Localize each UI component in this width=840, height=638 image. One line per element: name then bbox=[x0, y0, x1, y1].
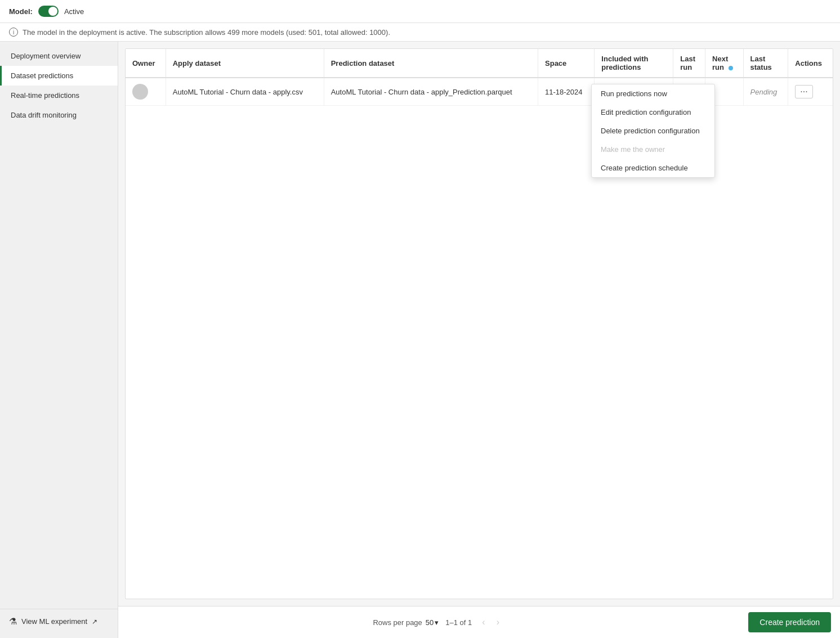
flask-icon: ⚗ bbox=[9, 616, 17, 627]
cell-last-status: Pending bbox=[743, 78, 788, 106]
avatar bbox=[132, 84, 148, 100]
predictions-table: Owner Apply dataset Prediction dataset S… bbox=[126, 49, 833, 106]
page-info: 1–1 of 1 bbox=[445, 618, 472, 627]
col-apply-dataset: Apply dataset bbox=[166, 49, 324, 78]
footer-bar: Rows per page 50 ▾ 1–1 of 1 ‹ › Create p… bbox=[118, 606, 840, 638]
sidebar-footer-view-ml-experiment[interactable]: ⚗ View ML experiment ↗ bbox=[0, 609, 118, 633]
rows-per-page-label: Rows per page bbox=[373, 618, 422, 627]
sidebar-item-dataset-predictions[interactable]: Dataset predictions bbox=[0, 66, 118, 86]
cell-prediction-dataset: AutoML Tutorial - Churn data - apply_Pre… bbox=[324, 78, 538, 106]
page-nav: ‹ › bbox=[479, 615, 503, 630]
cell-owner bbox=[126, 78, 166, 106]
info-text: The model in the deployment is active. T… bbox=[23, 28, 390, 37]
cell-actions: ··· bbox=[788, 78, 833, 106]
header-bar: Model: Active bbox=[0, 0, 840, 23]
actions-dropdown-menu: Run predictions now Edit prediction conf… bbox=[591, 84, 715, 178]
sidebar-item-data-drift-monitoring[interactable]: Data drift monitoring bbox=[0, 105, 118, 125]
create-prediction-button[interactable]: Create prediction bbox=[748, 612, 831, 632]
table-header-row: Owner Apply dataset Prediction dataset S… bbox=[126, 49, 833, 78]
model-label: Model: bbox=[9, 7, 33, 16]
col-next-run: Nextrun bbox=[705, 49, 744, 78]
pagination-info: Rows per page 50 ▾ 1–1 of 1 ‹ › bbox=[373, 615, 503, 630]
sidebar-nav: Deployment overview Dataset predictions … bbox=[0, 46, 118, 125]
col-last-run: Lastrun bbox=[673, 49, 705, 78]
next-run-dot bbox=[729, 66, 733, 70]
col-actions: Actions bbox=[788, 49, 833, 78]
actions-button[interactable]: ··· bbox=[795, 85, 812, 98]
col-included-with-predictions: Included withpredictions bbox=[595, 49, 673, 78]
col-space: Space bbox=[538, 49, 595, 78]
rows-per-page-select[interactable]: 50 ▾ bbox=[426, 618, 439, 627]
info-bar: i The model in the deployment is active.… bbox=[0, 23, 840, 42]
table-container: Owner Apply dataset Prediction dataset S… bbox=[125, 48, 833, 599]
prev-page-button[interactable]: ‹ bbox=[479, 615, 488, 630]
cell-space: 11-18-2024 bbox=[538, 78, 595, 106]
rows-per-page-value: 50 bbox=[426, 618, 434, 627]
content-area: Owner Apply dataset Prediction dataset S… bbox=[118, 42, 840, 638]
dropdown-item-run-predictions-now[interactable]: Run predictions now bbox=[592, 84, 714, 103]
dropdown-item-create-prediction-schedule[interactable]: Create prediction schedule bbox=[592, 159, 714, 177]
dropdown-item-delete-prediction-configuration[interactable]: Delete prediction configuration bbox=[592, 122, 714, 140]
table-row: AutoML Tutorial - Churn data - apply.csv… bbox=[126, 78, 833, 106]
cell-apply-dataset: AutoML Tutorial - Churn data - apply.csv bbox=[166, 78, 324, 106]
next-page-button[interactable]: › bbox=[493, 615, 503, 630]
dropdown-item-make-me-owner: Make me the owner bbox=[592, 140, 714, 159]
model-status: Active bbox=[64, 7, 84, 16]
sidebar: Deployment overview Dataset predictions … bbox=[0, 42, 118, 638]
sidebar-item-realtime-predictions[interactable]: Real-time predictions bbox=[0, 86, 118, 105]
info-icon: i bbox=[9, 28, 18, 37]
dropdown-item-edit-prediction-configuration[interactable]: Edit prediction configuration bbox=[592, 103, 714, 122]
status-badge: Pending bbox=[750, 88, 778, 96]
sidebar-item-deployment-overview[interactable]: Deployment overview bbox=[0, 46, 118, 66]
col-prediction-dataset: Prediction dataset bbox=[324, 49, 538, 78]
col-owner: Owner bbox=[126, 49, 166, 78]
model-toggle[interactable] bbox=[38, 6, 59, 17]
col-last-status: Laststatus bbox=[743, 49, 788, 78]
rows-per-page: Rows per page 50 ▾ bbox=[373, 618, 439, 627]
chevron-down-icon: ▾ bbox=[435, 618, 439, 627]
external-link-icon: ↗ bbox=[92, 618, 97, 626]
sidebar-footer-label: View ML experiment bbox=[21, 617, 87, 626]
